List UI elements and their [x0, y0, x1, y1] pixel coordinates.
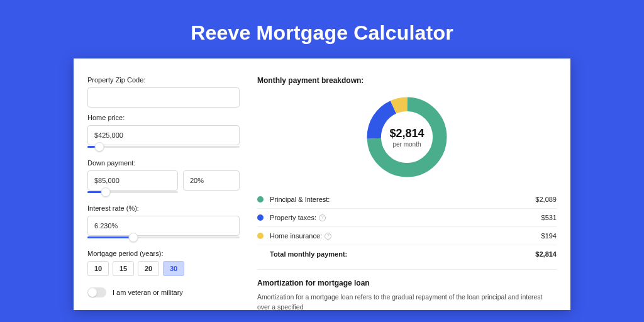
legend-total-row: Total monthly payment:$2,814 [257, 245, 557, 263]
legend: Principal & Interest:$2,089Property taxe… [257, 191, 557, 263]
info-icon[interactable]: ? [325, 233, 331, 240]
donut-sub: per month [392, 141, 421, 148]
calculator-card: Property Zip Code: Home price: Down paym… [74, 58, 570, 310]
donut-chart: $2,814 per month [364, 94, 450, 180]
period-option-30[interactable]: 30 [163, 261, 184, 276]
legend-label: Property taxes:? [270, 214, 541, 221]
down-payment-label: Down payment: [87, 159, 240, 167]
legend-label: Home insurance:? [270, 232, 541, 240]
amortization-title: Amortization for mortgage loan [257, 279, 557, 287]
legend-row: Home insurance:?$194 [257, 227, 557, 245]
field-down-payment: Down payment: [87, 159, 240, 198]
period-options: 10152030 [87, 261, 240, 276]
interest-input[interactable] [87, 216, 240, 236]
legend-dot-icon [257, 251, 264, 257]
field-zip: Property Zip Code: [87, 76, 240, 108]
down-payment-amount-input[interactable] [87, 170, 178, 191]
legend-value: $194 [541, 232, 557, 240]
legend-dot-icon [257, 196, 264, 203]
toggle-knob-icon [88, 288, 97, 297]
breakdown-column: Monthly payment breakdown: $2,814 per mo… [257, 76, 557, 310]
field-veteran: I am veteran or military [87, 287, 240, 297]
home-price-slider[interactable] [87, 144, 240, 153]
home-price-label: Home price: [87, 114, 240, 121]
amortization-section: Amortization for mortgage loan Amortizat… [257, 269, 557, 310]
veteran-label: I am veteran or military [113, 289, 183, 296]
zip-label: Property Zip Code: [87, 76, 240, 84]
amortization-text: Amortization for a mortgage loan refers … [257, 292, 557, 310]
zip-input[interactable] [87, 87, 240, 108]
home-price-input[interactable] [87, 125, 240, 145]
legend-dot-icon [257, 233, 264, 239]
interest-slider[interactable] [87, 235, 240, 243]
veteran-toggle[interactable] [87, 287, 106, 297]
legend-total-value: $2,814 [535, 250, 557, 258]
field-interest: Interest rate (%): [87, 204, 240, 243]
field-period: Mortgage period (years): 10152030 [87, 250, 240, 276]
legend-total-label: Total monthly payment: [270, 250, 535, 258]
field-home-price: Home price: [87, 114, 240, 153]
period-option-20[interactable]: 20 [138, 261, 159, 276]
period-label: Mortgage period (years): [87, 250, 240, 257]
period-option-10[interactable]: 10 [87, 261, 109, 276]
form-column: Property Zip Code: Home price: Down paym… [87, 76, 240, 310]
interest-label: Interest rate (%): [87, 204, 240, 212]
legend-value: $531 [541, 214, 557, 221]
down-payment-pct-input[interactable] [183, 170, 240, 191]
breakdown-title: Monthly payment breakdown: [257, 76, 557, 85]
info-icon[interactable]: ? [319, 214, 326, 221]
legend-row: Property taxes:?$531 [257, 209, 557, 227]
legend-dot-icon [257, 214, 264, 221]
legend-label: Principal & Interest: [270, 196, 535, 203]
legend-row: Principal & Interest:$2,089 [257, 191, 557, 209]
page-title: Reeve Mortgage Calculator [0, 0, 644, 58]
down-payment-slider[interactable] [87, 189, 178, 198]
legend-value: $2,089 [535, 196, 557, 203]
donut-amount: $2,814 [389, 127, 424, 140]
period-option-15[interactable]: 15 [113, 261, 134, 276]
